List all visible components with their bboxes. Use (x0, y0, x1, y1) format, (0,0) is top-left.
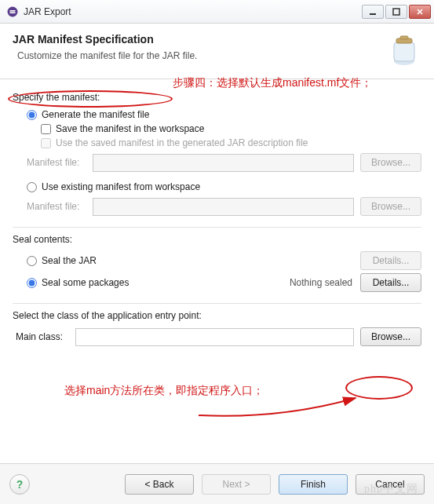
maximize-button[interactable] (385, 5, 407, 19)
main-class-input[interactable] (75, 328, 354, 346)
entry-point-label: Select the class of the application entr… (13, 310, 421, 321)
use-saved-manifest-row: Use the saved manifest in the generated … (41, 137, 421, 148)
manifest-file-input-1 (93, 154, 354, 172)
svg-point-0 (8, 6, 18, 16)
cancel-button[interactable]: Cancel (356, 474, 425, 495)
manifest-file-input-2 (93, 198, 354, 216)
seal-jar-details-button: Details... (360, 251, 421, 270)
use-saved-manifest-label: Use the saved manifest in the generated … (56, 137, 308, 148)
seal-some-row[interactable]: Seal some packages Nothing sealed Detail… (27, 273, 421, 292)
manifest-file-label-1: Manifest file: (27, 157, 86, 168)
wizard-footer: ? < Back Next > Finish Cancel (0, 463, 434, 504)
use-existing-manifest-radio[interactable] (27, 182, 37, 192)
save-manifest-checkbox[interactable] (41, 124, 51, 134)
title-bar: JAR Export (0, 0, 434, 24)
manifest-file-row-2: Manifest file: Browse... (27, 197, 421, 216)
svg-rect-2 (10, 12, 16, 13)
back-button[interactable]: < Back (125, 474, 194, 495)
seal-contents-label: Seal contents: (13, 234, 421, 245)
manifest-file-row-1: Manifest file: Browse... (27, 153, 421, 172)
minimize-button[interactable] (362, 5, 384, 19)
specify-manifest-label: Specify the manifest: (13, 92, 421, 103)
main-class-label: Main class: (16, 331, 69, 342)
manifest-browse-button-2: Browse... (360, 197, 421, 216)
separator-1 (13, 227, 421, 228)
generate-manifest-row[interactable]: Generate the manifest file (27, 109, 421, 120)
svg-rect-1 (10, 10, 16, 12)
seal-jar-row[interactable]: Seal the JAR Details... (27, 251, 421, 270)
save-manifest-row[interactable]: Save the manifest in the workspace (41, 123, 421, 134)
svg-rect-8 (400, 36, 408, 39)
svg-rect-6 (394, 42, 414, 61)
seal-jar-label: Seal the JAR (42, 255, 97, 266)
seal-some-label: Seal some packages (42, 277, 129, 288)
seal-some-details-button[interactable]: Details... (360, 273, 421, 292)
svg-rect-4 (393, 9, 399, 15)
generate-manifest-label: Generate the manifest file (42, 109, 149, 120)
manifest-file-label-2: Manifest file: (27, 201, 86, 212)
annotation-ellipse-browse (345, 376, 413, 400)
use-existing-manifest-row[interactable]: Use existing manifest from workspace (27, 181, 421, 192)
page-subtitle: Customize the manifest file for the JAR … (17, 50, 377, 61)
window-title: JAR Export (24, 6, 362, 17)
app-icon (6, 5, 19, 18)
seal-jar-radio[interactable] (27, 256, 37, 266)
nothing-sealed-text: Nothing sealed (290, 277, 352, 288)
main-class-browse-button[interactable]: Browse... (360, 327, 421, 346)
annotation-arrow (195, 392, 367, 423)
finish-button[interactable]: Finish (279, 474, 348, 495)
use-saved-manifest-checkbox (41, 138, 51, 148)
window-controls (362, 5, 431, 19)
page-title: JAR Manifest Specification (13, 33, 377, 46)
generate-manifest-radio[interactable] (27, 110, 37, 120)
separator-2 (13, 303, 421, 304)
use-existing-manifest-label: Use existing manifest from workspace (42, 181, 200, 192)
jar-icon (387, 33, 421, 68)
help-button[interactable]: ? (9, 474, 30, 495)
manifest-browse-button-1: Browse... (360, 153, 421, 172)
seal-some-radio[interactable] (27, 278, 37, 288)
svg-rect-3 (370, 13, 376, 15)
close-button[interactable] (409, 5, 431, 19)
wizard-header: JAR Manifest Specification Customize the… (0, 24, 434, 79)
main-class-row: Main class: Browse... (16, 327, 421, 346)
next-button: Next > (202, 474, 271, 495)
save-manifest-label: Save the manifest in the workspace (56, 123, 204, 134)
wizard-content: Specify the manifest: Generate the manif… (0, 79, 434, 346)
annotation-mainclass: 选择main方法所在类，即指定程序入口； (64, 384, 264, 398)
